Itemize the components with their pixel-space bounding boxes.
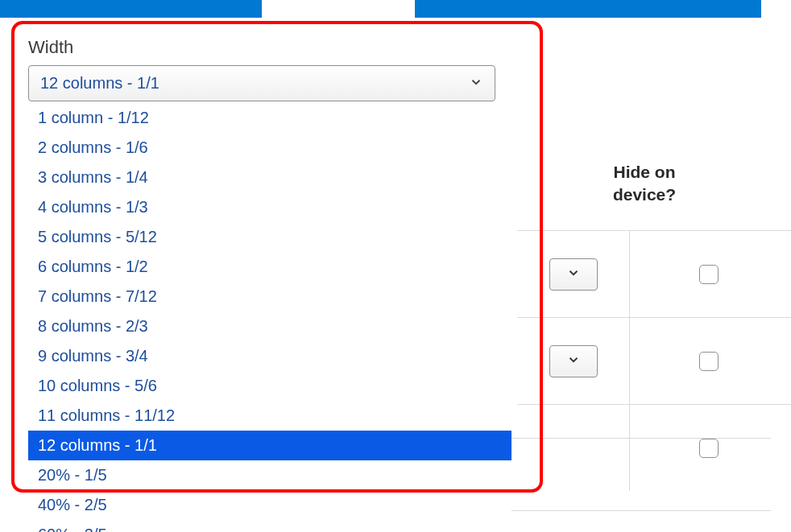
chevron-down-icon xyxy=(566,353,581,370)
width-option[interactable]: 5 columns - 5/12 xyxy=(28,222,511,252)
hide-column: Hide on device? xyxy=(524,161,765,226)
hide-device-checkbox[interactable] xyxy=(699,352,719,371)
table-row xyxy=(517,317,791,404)
tab-segment[interactable] xyxy=(0,0,262,18)
offset-select[interactable] xyxy=(549,258,598,291)
width-option[interactable]: 3 columns - 1/4 xyxy=(28,163,511,192)
width-select-value: 12 columns - 1/1 xyxy=(40,74,469,93)
hide-device-checkbox[interactable] xyxy=(699,265,719,284)
width-option[interactable]: 11 columns - 11/12 xyxy=(28,401,511,431)
offset-select[interactable] xyxy=(549,345,598,377)
hide-column-header: Hide on device? xyxy=(524,161,765,207)
hide-header-line2: device? xyxy=(613,185,676,204)
width-select[interactable]: 12 columns - 1/1 xyxy=(28,65,495,101)
width-dropdown-list[interactable]: 1 column - 1/122 columns - 1/63 columns … xyxy=(28,103,511,532)
tab-segment-edge xyxy=(761,0,791,18)
width-option[interactable]: 2 columns - 1/6 xyxy=(28,133,511,163)
width-option[interactable]: 40% - 2/5 xyxy=(28,490,511,520)
width-option[interactable]: 1 column - 1/12 xyxy=(28,103,511,133)
width-option[interactable]: 4 columns - 1/3 xyxy=(28,192,511,222)
width-option[interactable]: 12 columns - 1/1 xyxy=(28,431,511,460)
tab-segment-active[interactable] xyxy=(262,0,415,18)
width-option[interactable]: 8 columns - 2/3 xyxy=(28,311,511,341)
chevron-down-icon xyxy=(566,266,581,283)
width-option[interactable]: 9 columns - 3/4 xyxy=(28,341,511,371)
width-field-label: Width xyxy=(28,37,73,58)
hide-header-line1: Hide on xyxy=(614,163,676,181)
table-cell-select xyxy=(517,231,630,317)
table-cell-select xyxy=(517,318,630,404)
table-cell-checkbox xyxy=(630,231,787,317)
chevron-down-icon xyxy=(469,75,483,93)
width-option[interactable]: 6 columns - 1/2 xyxy=(28,252,511,282)
table-cell-checkbox xyxy=(630,318,787,404)
tab-segment[interactable] xyxy=(415,0,761,18)
top-tab-bar xyxy=(0,0,791,18)
width-option[interactable]: 20% - 1/5 xyxy=(28,460,511,490)
width-option[interactable]: 60% - 3/5 xyxy=(28,520,511,532)
width-option[interactable]: 10 columns - 5/6 xyxy=(28,371,511,401)
width-option[interactable]: 7 columns - 7/12 xyxy=(28,282,511,311)
table-row xyxy=(517,230,791,317)
